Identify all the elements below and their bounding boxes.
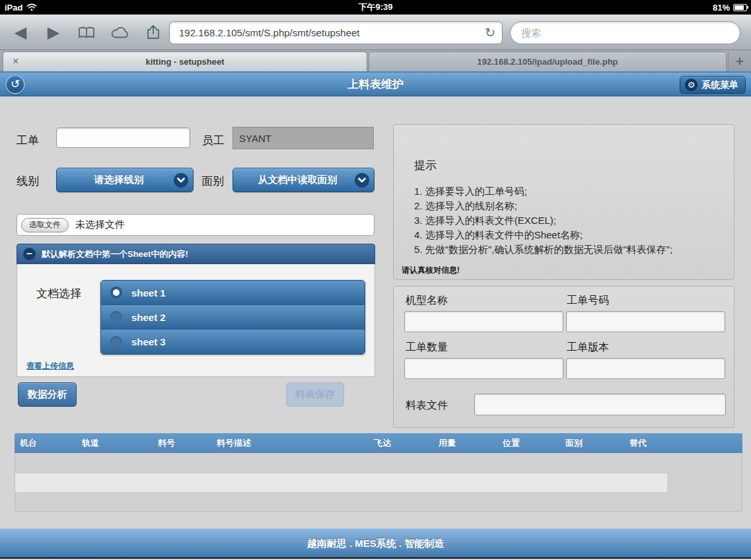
model-name-input[interactable] (404, 311, 563, 332)
sheet-option-label: sheet 2 (131, 312, 166, 323)
table-row (15, 473, 667, 492)
tip-item: 1. 选择要导入的工单号码; (414, 184, 672, 199)
chevron-down-icon (174, 173, 188, 188)
side-label: 面别 (201, 174, 224, 189)
table-body (15, 453, 742, 512)
order-ver-input[interactable] (566, 358, 725, 379)
model-name-label: 机型名称 (406, 294, 448, 308)
search-field-wrap (510, 21, 740, 44)
tips-list: 1. 选择要导入的工单号码; 2. 选择导入的线别名称; 3. 选择导入的料表文… (414, 184, 672, 257)
sheet-file-label: 料表文件 (406, 399, 448, 413)
col-machine: 机台 (15, 433, 77, 453)
file-status-text: 未选择文件 (75, 219, 125, 231)
tip-item: 4. 选择导入的料表文件中的Sheet名称; (414, 228, 672, 242)
materials-table: 机台 轨道 料号 料号描述 飞达 用量 位置 面别 替代 (15, 433, 742, 512)
status-bar: iPad 下午9:39 81% (0, 0, 751, 15)
page-back-button[interactable]: ↺ (5, 75, 25, 94)
order-qty-input[interactable] (404, 358, 563, 379)
tip-item: 3. 选择导入的料表文件(EXCEL); (414, 213, 672, 228)
sheet-save-button-disabled: 料表保存 (286, 382, 344, 407)
radio-selected-icon[interactable] (110, 287, 122, 298)
sheet-panel-title: 默认解析文档中第一个Sheet中的内容! (42, 248, 188, 260)
tab-bar: × kitting - setupsheet 192.168.2.105/ipa… (0, 50, 751, 71)
tips-title: 提示 (414, 158, 437, 173)
sheet-file-input[interactable] (474, 394, 726, 415)
side-select-value: 从文档中读取面别 (258, 174, 338, 186)
cloud-icon[interactable] (107, 15, 133, 50)
order-qty-label: 工单数量 (406, 341, 448, 355)
order-info-panel: 机型名称 工单号码 工单数量 工单版本 料表文件 (393, 286, 734, 428)
reload-icon[interactable]: ↻ (485, 25, 495, 40)
battery-percent: 81% (713, 3, 730, 13)
col-side: 面别 (560, 433, 624, 453)
browser-toolbar: ◀ ▶ 192.168.2.105/smt/S.php/smt/setupshe… (0, 15, 751, 50)
sheet-option-2[interactable]: sheet 2 (101, 305, 365, 330)
sheet-panel-header[interactable]: − 默认解析文档中第一个Sheet中的内容! (17, 244, 375, 264)
close-tab-icon[interactable]: × (13, 52, 18, 71)
order-ver-label: 工单版本 (567, 341, 609, 355)
tab-kitting-setupsheet[interactable]: × kitting - setupsheet (3, 52, 367, 71)
col-substitute: 替代 (624, 433, 742, 453)
col-part-desc: 料号描述 (211, 433, 369, 453)
employee-label: 员工 (202, 133, 225, 148)
chevron-down-icon (355, 173, 369, 188)
sheet-option-label: sheet 3 (131, 336, 166, 347)
col-track: 轨道 (77, 433, 153, 453)
sheet-list: sheet 1 sheet 2 sheet 3 (100, 280, 365, 355)
col-position: 位置 (497, 433, 560, 453)
tips-footer-note: 请认真核对信息! (402, 265, 460, 276)
col-part-no: 料号 (153, 433, 211, 453)
tab-title: kitting - setupsheet (145, 57, 224, 67)
col-usage: 用量 (433, 433, 497, 453)
system-menu-label: 系统菜单 (701, 79, 738, 91)
work-order-label: 工单 (17, 133, 39, 148)
app-header: 上料表维护 ↺ ⚙ 系统菜单 (0, 71, 751, 96)
share-icon[interactable] (141, 15, 165, 50)
screen: iPad 下午9:39 81% ◀ ▶ 192.168.2.105/smt/S.… (0, 0, 751, 560)
forward-icon[interactable]: ▶ (44, 15, 63, 50)
tab-upload-file[interactable]: 192.168.2.105/ipad/upload_file.php (369, 52, 727, 71)
page-title: 上料表维护 (0, 73, 751, 96)
work-order-input[interactable] (56, 127, 190, 148)
table-header-row: 机台 轨道 料号 料号描述 飞达 用量 位置 面别 替代 (15, 433, 742, 453)
line-select-value: 请选择线别 (94, 174, 144, 186)
bookmarks-icon[interactable] (74, 15, 99, 50)
choose-file-button[interactable]: 选取文件 (21, 218, 69, 232)
side-select-dropdown[interactable]: 从文档中读取面别 (232, 168, 375, 192)
back-icon[interactable]: ◀ (11, 15, 30, 50)
view-upload-info-link[interactable]: 查看上传信息 (26, 361, 74, 372)
sheet-option-3[interactable]: sheet 3 (101, 330, 365, 354)
url-bar[interactable]: 192.168.2.105/smt/S.php/smt/setupsheet ↻ (169, 21, 503, 44)
gear-icon: ⚙ (685, 79, 697, 91)
col-feeder: 飞达 (369, 433, 433, 453)
order-no-input[interactable] (566, 311, 725, 332)
new-tab-button[interactable]: + (728, 52, 751, 71)
tip-item: 2. 选择导入的线别名称; (414, 199, 672, 213)
clock: 下午9:39 (0, 1, 751, 13)
url-text: 192.168.2.105/smt/S.php/smt/setupsheet (179, 27, 485, 38)
radio-icon[interactable] (110, 311, 122, 323)
tip-item: 5. 先做"数据分析",确认系统解析的数据无误后做"料表保存"; (414, 242, 672, 257)
line-label: 线别 (17, 174, 39, 189)
tips-panel: 提示 1. 选择要导入的工单号码; 2. 选择导入的线别名称; 3. 选择导入的… (393, 124, 734, 280)
sheet-option-1[interactable]: sheet 1 (101, 281, 365, 305)
radio-icon[interactable] (110, 336, 122, 348)
order-no-label: 工单号码 (567, 294, 609, 308)
search-input[interactable] (510, 21, 740, 44)
line-select-dropdown[interactable]: 请选择线别 (56, 168, 194, 192)
tab-title: 192.168.2.105/ipad/upload_file.php (477, 57, 618, 67)
battery-icon (733, 4, 747, 11)
file-picker: 选取文件 未选择文件 (17, 214, 375, 236)
sheet-option-label: sheet 1 (131, 287, 166, 298)
employee-field: SYANT (232, 127, 374, 149)
app-footer: 越南耐思 . MES系统 . 智能制造 (0, 528, 751, 559)
doc-select-label: 文档选择 (36, 286, 81, 301)
data-analyze-button[interactable]: 数据分析 (18, 382, 77, 407)
system-menu-button[interactable]: ⚙ 系统菜单 (680, 76, 746, 94)
collapse-minus-icon[interactable]: − (23, 248, 36, 260)
